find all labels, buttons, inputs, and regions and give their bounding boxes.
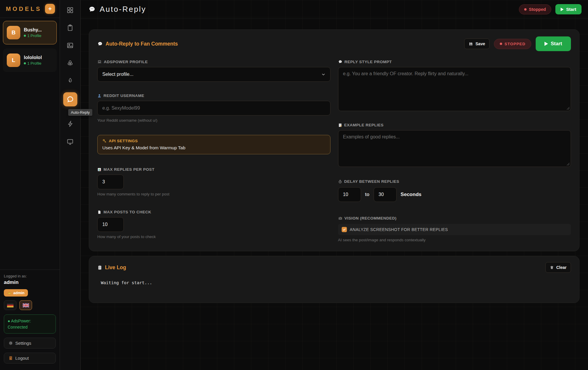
max-replies-input[interactable]: [97, 175, 124, 189]
reply-style-textarea[interactable]: [338, 67, 571, 111]
avatar: L: [7, 53, 20, 67]
delay-min-input[interactable]: [338, 187, 361, 202]
uk-flag-icon: [23, 303, 29, 307]
page-header: Auto-Reply Stopped Start: [81, 0, 588, 19]
memo-icon: [338, 123, 342, 127]
delay-label: DELAY BETWEEN REPLIES: [338, 179, 571, 184]
vision-checkbox-label: ANALYZE SCREENSHOT FOR BETTER REPLIES: [350, 227, 448, 232]
rail-item-images[interactable]: [64, 39, 76, 51]
rail-tooltip: Auto-Reply: [68, 109, 92, 116]
vision-label: VISION (RECOMMENDED): [338, 216, 571, 220]
logged-in-label: Logged in as:: [4, 274, 56, 278]
door-icon: [9, 356, 13, 360]
green-dot-icon: [24, 62, 26, 64]
max-replies-helper: How many comments to reply to per post: [97, 192, 330, 196]
page-icon: [97, 210, 101, 214]
green-dot-icon: [24, 35, 26, 37]
laptop-icon: [97, 60, 102, 64]
adspower-profile-select[interactable]: Select profile...: [97, 67, 330, 82]
monitor-icon: [66, 138, 74, 145]
flame-icon: [67, 77, 74, 84]
adspower-status: ● AdsPower: Connected: [4, 314, 56, 334]
profile-list: B Bushy... 1 Profile L lolololol 1 Profi…: [0, 18, 60, 75]
max-posts-helper: How many of your posts to check: [97, 235, 330, 239]
reply-style-label: REPLY STYLE PROMPT: [338, 60, 571, 64]
delay-unit-label: Seconds: [401, 192, 422, 197]
global-start-button[interactable]: Start: [555, 4, 582, 14]
red-dot-icon: [500, 43, 502, 45]
profile-card-bushy[interactable]: B Bushy... 1 Profile: [3, 21, 57, 44]
vision-checkbox[interactable]: [342, 227, 347, 232]
trash-icon: [550, 265, 554, 269]
profile-status: 1 Profile: [24, 61, 42, 66]
rail-item-warmup[interactable]: [64, 75, 76, 86]
api-settings-box: API SETTINGS Uses API Key & Model from W…: [97, 135, 330, 154]
profile-name: lolololol: [24, 55, 42, 60]
profile-name: Bushy...: [24, 27, 42, 33]
crown-icon: [7, 291, 11, 295]
rail-item-automation[interactable]: [64, 118, 76, 130]
bar-chart-icon: [97, 168, 101, 172]
image-icon: [66, 42, 74, 49]
add-model-button[interactable]: +: [45, 4, 55, 14]
play-icon: [561, 8, 564, 11]
api-settings-text: Uses API Key & Model from Warmup Tab: [102, 145, 325, 150]
chat-bubble-icon: [66, 95, 74, 103]
red-dot-icon: [524, 8, 527, 11]
panel-status-badge: STOPPED: [494, 39, 531, 49]
profile-status: 1 Profile: [24, 34, 42, 38]
lightning-icon: [67, 120, 74, 128]
rail-item-auto-reply[interactable]: [63, 92, 77, 106]
rail-item-clover[interactable]: [64, 57, 76, 69]
tool-rail: Auto-Reply: [60, 0, 81, 370]
admin-role-badge: admin: [4, 289, 28, 297]
live-log-panel: Live Log Clear Waiting for start...: [89, 256, 579, 303]
reddit-username-input[interactable]: [97, 101, 330, 115]
rail-item-clipboard[interactable]: [64, 22, 76, 34]
dashboard-grid-icon: [66, 6, 74, 14]
logout-button[interactable]: Logout: [4, 353, 56, 364]
vision-checkbox-row[interactable]: ANALYZE SCREENSHOT FOR BETTER REPLIES: [338, 224, 571, 235]
models-sidebar: MODELS + B Bushy... 1 Profile L lolololo…: [0, 0, 60, 370]
clipboard-small-icon: [97, 265, 102, 270]
chevron-down-icon: [321, 72, 325, 76]
reddit-username-label: REDDIT USERNAME: [97, 93, 330, 98]
max-posts-input[interactable]: [97, 217, 124, 232]
plus-icon: +: [48, 6, 52, 12]
vision-helper: AI sees the post/image and responds cont…: [338, 238, 571, 242]
delay-to-label: to: [365, 192, 370, 197]
rail-item-monitor[interactable]: [64, 136, 76, 148]
german-flag-icon: [7, 303, 14, 307]
chat-bubble-small-icon: [97, 41, 103, 47]
max-posts-label: MAX POSTS TO CHECK: [97, 210, 330, 214]
save-button[interactable]: Save: [464, 38, 490, 49]
panel-start-button[interactable]: Start: [536, 36, 571, 51]
avatar: B: [7, 26, 20, 39]
rail-item-dashboard[interactable]: [64, 4, 76, 16]
check-icon: [343, 228, 346, 231]
page-title: Auto-Reply: [88, 5, 146, 14]
delay-max-input[interactable]: [374, 187, 397, 202]
stopwatch-icon: [338, 180, 342, 184]
global-status-badge: Stopped: [519, 4, 551, 14]
auto-reply-config-panel: Auto-Reply to Fan Comments Save STOPPED: [89, 29, 579, 251]
panel-title: Auto-Reply to Fan Comments: [97, 41, 178, 47]
sidebar-footer: Logged in as: admin admin: [0, 269, 60, 370]
language-english-button[interactable]: [19, 300, 32, 310]
profile-card-lolololol[interactable]: L lolololol 1 Profile: [3, 48, 57, 72]
app-logo: MODELS: [6, 6, 42, 12]
camera-icon: [338, 216, 343, 220]
sidebar-header: MODELS +: [0, 0, 60, 18]
example-replies-textarea[interactable]: [338, 130, 571, 167]
api-settings-title: API SETTINGS: [102, 139, 325, 143]
language-switcher: [4, 300, 56, 310]
person-icon: [97, 94, 101, 98]
settings-button[interactable]: Settings: [4, 338, 56, 349]
logged-in-username: admin: [4, 279, 56, 285]
clear-log-button[interactable]: Clear: [545, 262, 571, 273]
example-replies-label: EXAMPLE REPLIES: [338, 123, 571, 127]
chat-bubble-title-icon: [88, 6, 96, 13]
log-output: Waiting for start...: [97, 280, 571, 285]
language-german-button[interactable]: [4, 300, 16, 310]
speech-bubble-icon: [338, 60, 343, 64]
